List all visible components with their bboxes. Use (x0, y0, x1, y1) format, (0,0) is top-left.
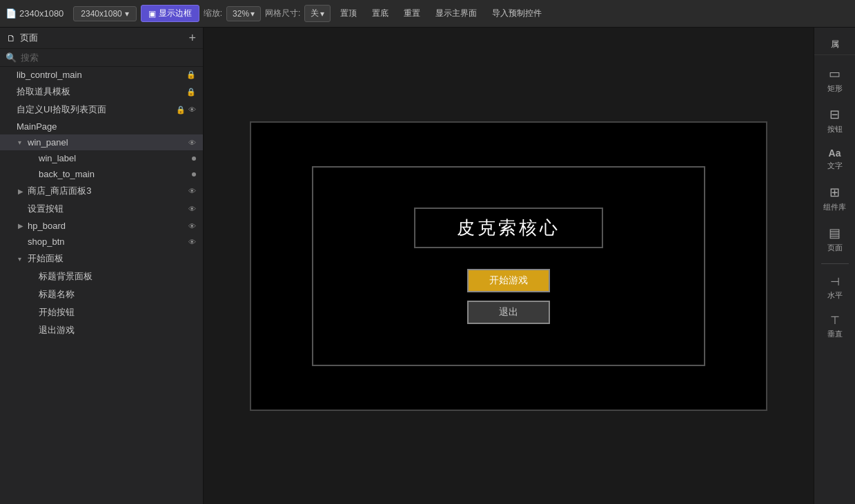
top-btn[interactable]: 置顶 (335, 6, 362, 21)
bottom-btn[interactable]: 置底 (366, 6, 394, 21)
sidebar-icons: 🔒 (186, 70, 196, 79)
eye-icon: 👁 (188, 238, 196, 246)
text-label: 文字 (827, 161, 843, 170)
right-tool-vertical[interactable]: ⊤ 垂直 (817, 308, 853, 344)
sidebar-label-title-bg: 标题背景面板 (39, 270, 196, 283)
attr-section-label: 属 (814, 34, 855, 55)
sidebar-item-quit-game[interactable]: 退出游戏 (0, 321, 203, 339)
sidebar-label-start-panel: 开始面板 (28, 252, 196, 265)
buttons-group: 开始游戏 退出 (467, 269, 550, 324)
sidebar-item-custom-ui[interactable]: 自定义UI拾取列表页面 🔒 👁 (0, 101, 203, 119)
sidebar-item-lib-control-main[interactable]: lib_control_main 🔒 (0, 67, 203, 83)
sidebar-label-quit-game: 退出游戏 (39, 324, 196, 336)
grid-dropdown[interactable]: 关 ▾ (304, 5, 331, 22)
canvas-container: 皮克索核心 开始游戏 退出 (250, 121, 767, 411)
button-icon: ⊟ (829, 107, 840, 122)
resolution-value: 2340x1080 (81, 9, 121, 19)
game-title: 皮克索核心 (457, 217, 560, 238)
right-tool-component[interactable]: ⊞ 组件库 (817, 179, 853, 217)
vertical-label: 垂直 (827, 330, 843, 339)
sidebar-icons: 👁 (188, 222, 196, 230)
add-page-button[interactable]: + (188, 32, 196, 44)
sidebar-icons (192, 172, 196, 177)
sidebar-label-win-label: win_label (39, 153, 192, 163)
rect-icon: ▭ (829, 66, 841, 81)
sidebar-item-settings-btn[interactable]: 设置按钮 👁 (0, 200, 203, 218)
dot-icon (192, 157, 196, 161)
sidebar-label-shop-panel3: 商店_商店面板3 (28, 185, 188, 197)
sidebar-item-win-panel[interactable]: ▾ win_panel 👁 (0, 134, 203, 150)
sidebar-label-pick-template: 拾取道具模板 (17, 85, 186, 98)
inner-panel: 皮克索核心 开始游戏 退出 (312, 166, 705, 366)
sidebar-item-title-name[interactable]: 标题名称 (0, 285, 203, 303)
zoom-chevron-icon: ▾ (250, 9, 255, 19)
sidebar-item-pick-template[interactable]: 拾取道具模板 🔒 (0, 83, 203, 101)
page-title: 2340x1080 (19, 8, 63, 19)
sidebar-icons: 👁 (188, 139, 196, 147)
quit-game-button[interactable]: 退出 (467, 301, 550, 324)
right-tool-button[interactable]: ⊟ 按钮 (817, 101, 853, 139)
sidebar-label-win-panel: win_panel (28, 137, 188, 148)
zoom-dropdown[interactable]: 32% ▾ (226, 6, 261, 21)
page-header-icon: 🗋 (7, 33, 16, 43)
eye-icon: 👁 (188, 105, 196, 114)
sidebar-item-title-bg[interactable]: 标题背景面板 (0, 268, 203, 285)
right-tool-page[interactable]: ▤ 页面 (817, 220, 853, 258)
sidebar-icons: 🔒 (186, 88, 196, 97)
sidebar-label-shop-btn: shop_btn (28, 236, 188, 247)
chevron-down-icon: ▾ (18, 139, 28, 146)
import-btn[interactable]: 导入预制控件 (487, 6, 547, 21)
page-label: 页面 (827, 243, 843, 252)
grid-label: 网格尺寸: (265, 8, 300, 19)
rect-label: 矩形 (827, 84, 843, 93)
component-label: 组件库 (823, 203, 846, 212)
right-tool-horizontal[interactable]: ⊣ 水平 (817, 270, 853, 305)
sidebar-item-win-label[interactable]: win_label (0, 150, 203, 166)
sidebar-item-back-to-main[interactable]: back_to_main (0, 166, 203, 182)
show-main-btn[interactable]: 显示主界面 (430, 6, 482, 21)
eye-icon: 👁 (188, 139, 196, 147)
sidebar-label-mainpage: MainPage (17, 121, 196, 132)
search-input[interactable] (21, 52, 197, 63)
horizontal-label: 水平 (827, 291, 843, 300)
grid-chevron-icon: ▾ (320, 9, 324, 19)
vertical-icon: ⊤ (830, 314, 840, 327)
component-icon: ⊞ (829, 185, 840, 200)
sidebar-item-shop-panel3[interactable]: ▶ 商店_商店面板3 👁 (0, 182, 203, 200)
lock-icon: 🔒 (186, 88, 196, 97)
lock-icon: 🔒 (176, 105, 186, 114)
eye-icon: 👁 (188, 187, 196, 195)
page-title-area: 📄 2340x1080 (6, 8, 63, 19)
dot-icon (192, 172, 196, 177)
text-icon: Aa (829, 148, 841, 159)
sidebar-label-lib-control: lib_control_main (17, 70, 186, 80)
sidebar-item-start-btn[interactable]: 开始按钮 (0, 303, 203, 321)
sidebar-item-hp-board[interactable]: ▶ hp_board 👁 (0, 218, 203, 234)
eye-icon: 👁 (188, 222, 196, 230)
chevron-down-icon: ▾ (18, 255, 28, 263)
right-tool-rect[interactable]: ▭ 矩形 (817, 61, 853, 99)
sidebar-label-custom-ui: 自定义UI拾取列表页面 (17, 103, 176, 116)
display-border-btn[interactable]: ▣ 显示边框 (141, 5, 199, 22)
sidebar-icons: 🔒 👁 (176, 105, 196, 114)
right-tool-text[interactable]: Aa 文字 (817, 142, 853, 176)
page-icon: 📄 (6, 8, 17, 19)
left-sidebar: 🗋 页面 + 🔍 lib_control_main 🔒 拾取道具模板 (0, 28, 204, 504)
start-game-button[interactable]: 开始游戏 (467, 269, 550, 292)
border-icon: ▣ (148, 9, 156, 19)
lock-icon: 🔒 (186, 70, 196, 79)
sidebar-header-title: 🗋 页面 (7, 32, 38, 44)
reset-btn[interactable]: 重置 (398, 6, 426, 21)
eye-icon: 👁 (188, 205, 196, 213)
resolution-dropdown[interactable]: 2340x1080 ▾ (73, 6, 136, 21)
sidebar-items-list: lib_control_main 🔒 拾取道具模板 🔒 自定义UI拾取列表页面 … (0, 67, 203, 504)
sidebar-item-shop-btn[interactable]: shop_btn 👁 (0, 234, 203, 250)
chevron-down-icon: ▾ (125, 9, 129, 19)
right-sidebar: 属 ▭ 矩形 ⊟ 按钮 Aa 文字 ⊞ 组件库 ▤ 页面 ⊣ 水平 ⊤ 垂直 (814, 28, 855, 504)
sidebar-search-area: 🔍 (0, 49, 203, 67)
right-divider (821, 263, 849, 264)
sidebar-item-start-panel[interactable]: ▾ 开始面板 (0, 250, 203, 268)
sidebar-item-mainpage[interactable]: MainPage (0, 119, 203, 134)
sidebar-label-hp-board: hp_board (28, 221, 188, 231)
top-bar: 📄 2340x1080 2340x1080 ▾ ▣ 显示边框 缩放: 32% ▾… (0, 0, 855, 28)
